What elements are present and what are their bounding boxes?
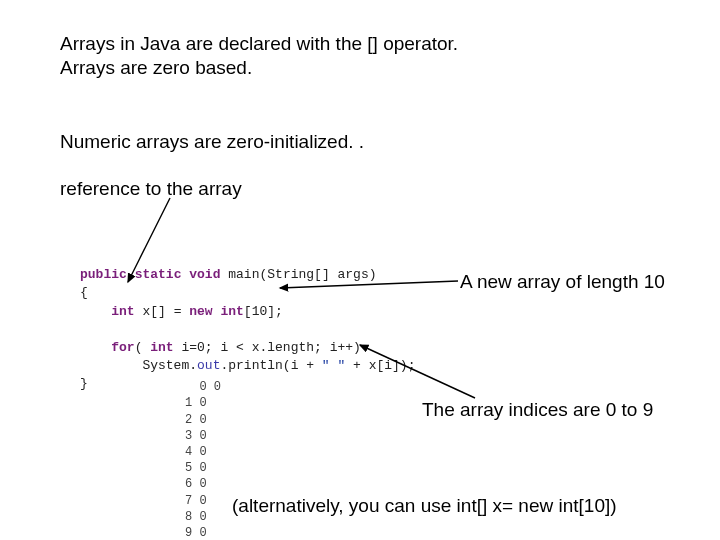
kw-int-3: int xyxy=(150,340,173,355)
main-sig: main(String[] args) xyxy=(220,267,376,282)
output-block: 0 0 1 0 2 0 3 0 4 0 5 0 6 0 7 0 8 0 9 0 xyxy=(185,363,221,540)
zero-init-text: Numeric arrays are zero-initialized. . xyxy=(60,130,364,154)
code-block: public static void main(String[] args) {… xyxy=(80,248,415,394)
println-indent: System. xyxy=(80,358,197,373)
kw-int-1: int xyxy=(111,304,134,319)
intro-line-1: Arrays in Java are declared with the [] … xyxy=(60,33,458,54)
indices-annotation: The array indices are 0 to 9 xyxy=(422,398,653,422)
new-array-annotation: A new array of length 10 xyxy=(460,270,665,294)
kw-static: static xyxy=(135,267,182,282)
decl-rest: x[] = xyxy=(135,304,190,319)
for-cond: i=0; i < x.length; i++) xyxy=(174,340,361,355)
intro-text: Arrays in Java are declared with the [] … xyxy=(60,32,458,80)
intro-line-2: Arrays are zero based. xyxy=(60,57,252,78)
kw-public: public xyxy=(80,267,127,282)
kw-int-2: int xyxy=(213,304,244,319)
kw-new: new xyxy=(189,304,212,319)
kw-void: void xyxy=(189,267,220,282)
decl-end: [10]; xyxy=(244,304,283,319)
alternative-text: (alternatively, you can use int[] x= new… xyxy=(232,494,617,518)
string-literal: " " xyxy=(322,358,345,373)
kw-for: for xyxy=(111,340,134,355)
brace-open: { xyxy=(80,285,88,300)
reference-label: reference to the array xyxy=(60,177,242,201)
brace-close: } xyxy=(80,376,88,391)
